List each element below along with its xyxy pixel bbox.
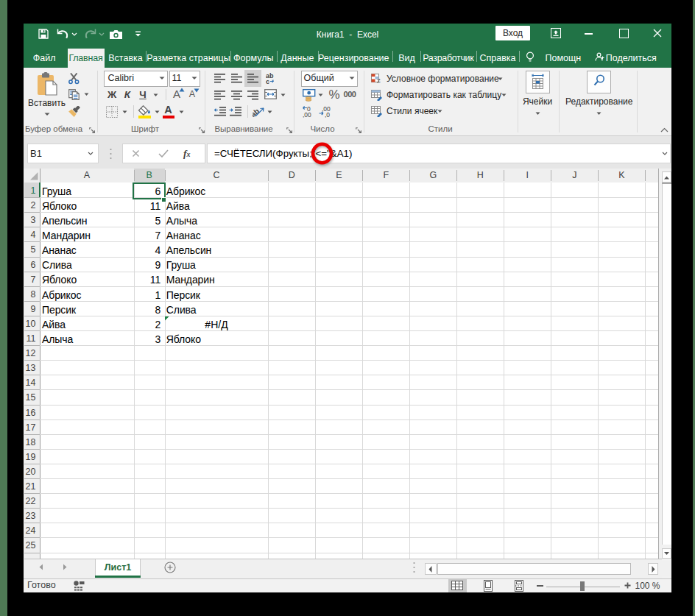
svg-text:,00: ,00 bbox=[303, 111, 311, 118]
svg-text:,0: ,0 bbox=[325, 111, 330, 118]
svg-text:≠: ≠ bbox=[377, 77, 381, 85]
svg-text:c: c bbox=[266, 78, 269, 85]
